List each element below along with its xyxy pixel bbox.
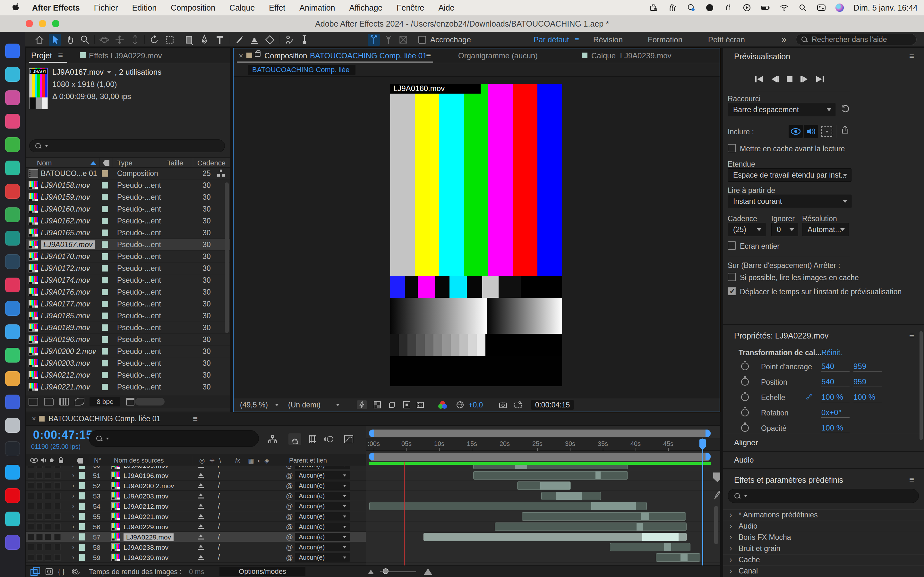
- parent-dropdown[interactable]: Aucun(e): [295, 543, 350, 551]
- property-value[interactable]: 0x+0°: [821, 408, 850, 418]
- label-swatch[interactable]: [102, 206, 108, 212]
- layer-duration-bar[interactable]: [522, 512, 686, 521]
- delete-icon[interactable]: [126, 398, 134, 406]
- transparency-grid-icon[interactable]: [372, 400, 383, 409]
- time-ruler[interactable]: :00s05s10s15s20s25s30s35s40s45s: [366, 438, 720, 451]
- framerate-dropdown[interactable]: (25): [728, 223, 766, 236]
- effects-category--animations-pr-d-finies[interactable]: ›* Animations prédéfinies: [723, 509, 924, 521]
- quality-slash-icon[interactable]: /: [218, 553, 220, 562]
- layer-switch-box[interactable]: [36, 554, 43, 561]
- dock-app-icon-20[interactable]: [5, 488, 20, 503]
- move-time-label[interactable]: Déplacer le temps sur l'instant de prévi…: [740, 287, 901, 296]
- column-nom[interactable]: Nom: [37, 159, 52, 167]
- project-item-name[interactable]: LJ9A0158.mov: [41, 181, 90, 190]
- project-row[interactable]: LJ9A0203.movPseudo-...ent30: [26, 358, 230, 369]
- quality-slash-icon[interactable]: /: [218, 471, 220, 480]
- menu-clock[interactable]: Dim. 5 janv. 16:44: [853, 3, 918, 13]
- timeline-layer-row[interactable]: ›53LJ9A0203.mov/@Aucun(e): [26, 491, 366, 501]
- timeline-layer-row[interactable]: ›58LJ9A0238.mov/@Aucun(e): [26, 542, 366, 552]
- stopwatch-icon[interactable]: [741, 363, 749, 370]
- cached-frames-icon[interactable]: [31, 567, 40, 576]
- effects-category-audio[interactable]: ›Audio: [723, 521, 924, 532]
- layer-switch-box[interactable]: [45, 466, 51, 468]
- layer-name[interactable]: LJ9A0196.mov: [124, 472, 168, 480]
- layer-switch-box[interactable]: [54, 513, 61, 520]
- options-modes-button[interactable]: Options/modes: [220, 567, 305, 576]
- project-item-name[interactable]: LJ9A0165.mov: [41, 229, 90, 237]
- mask-visibility-icon[interactable]: [402, 400, 412, 409]
- expand-layer-icon[interactable]: ›: [72, 543, 74, 551]
- resolution-dropdown-preview[interactable]: Automat...: [802, 223, 849, 236]
- dock-app-icon-19[interactable]: [5, 465, 20, 480]
- label-swatch[interactable]: [102, 277, 108, 284]
- timeline-zoom-knob[interactable]: [383, 568, 389, 574]
- parent-dropdown[interactable]: Aucun(e): [295, 466, 350, 469]
- graph-editor-icon[interactable]: [342, 434, 355, 445]
- project-item-name[interactable]: LJ9A0221.mov: [41, 383, 90, 392]
- workspace-tab-formation[interactable]: Formation: [648, 35, 682, 44]
- menu-item-fenêtre[interactable]: Fenêtre: [397, 3, 424, 13]
- quality-slash-icon[interactable]: /: [218, 466, 220, 470]
- zoom-window-button[interactable]: [52, 20, 59, 27]
- column-source-name[interactable]: Nom des sources: [114, 457, 164, 464]
- layer-switch-box[interactable]: [54, 554, 61, 561]
- snap-label[interactable]: Accrochage: [430, 35, 471, 44]
- lock-icon[interactable]: [255, 52, 260, 57]
- workspace-tab-révision[interactable]: Révision: [593, 35, 623, 44]
- label-swatch[interactable]: [102, 170, 108, 177]
- project-item-name[interactable]: LJ9A0212.mov: [41, 371, 90, 380]
- composition-viewer[interactable]: LJ9A0160.mov: [234, 77, 720, 398]
- timeline-layer-row[interactable]: ›51LJ9A0196.mov/@Aucun(e): [26, 470, 366, 480]
- quality-switch-icon[interactable]: [198, 514, 204, 519]
- tab-effets[interactable]: Effets LJ9A0229.mov: [89, 51, 162, 60]
- quality-slash-icon[interactable]: /: [218, 492, 220, 500]
- include-audio-icon[interactable]: [804, 125, 818, 138]
- active-app-name[interactable]: After Effects: [32, 3, 80, 13]
- shape-tool-icon[interactable]: [183, 34, 195, 46]
- effects-category-boris-fx-mocha[interactable]: ›Boris FX Mocha: [723, 532, 924, 543]
- label-swatch[interactable]: [102, 336, 108, 343]
- properties-panel-menu-icon[interactable]: ≡: [909, 330, 914, 340]
- label-swatch[interactable]: [102, 301, 108, 307]
- property-label-position[interactable]: Position: [761, 378, 787, 387]
- layer-switch-box[interactable]: [28, 524, 34, 530]
- effects-presets-menu-icon[interactable]: ≡: [909, 475, 914, 485]
- parent-dropdown[interactable]: Aucun(e): [295, 553, 350, 562]
- effects-category-bruit-et-grain[interactable]: ›Bruit et grain: [723, 543, 924, 554]
- layer-name[interactable]: LJ9A0229.mov: [124, 523, 168, 531]
- dock-app-icon-13[interactable]: [5, 324, 20, 339]
- parent-dropdown[interactable]: Aucun(e): [295, 471, 350, 480]
- quality-switch-icon[interactable]: [198, 473, 204, 478]
- video-column-icon[interactable]: [30, 457, 38, 465]
- channel-icon[interactable]: [438, 401, 448, 409]
- dock-app-icon-8[interactable]: [5, 207, 20, 222]
- quality-slash-icon[interactable]: /: [218, 543, 220, 552]
- quality-slash-icon[interactable]: /: [218, 522, 220, 531]
- timeline-tab-name[interactable]: BATOUCOACHING Comp. liée 01: [48, 414, 160, 423]
- frame-blending-icon[interactable]: [306, 434, 319, 445]
- label-swatch[interactable]: [102, 384, 108, 390]
- layer-switch-box[interactable]: [28, 493, 34, 499]
- label-swatch[interactable]: [102, 289, 108, 295]
- tab-composition-name[interactable]: BATOUCOACHING Comp. liée 01: [310, 51, 427, 60]
- timeline-layer-row[interactable]: ›57LJ9A0229.mov/@Aucun(e): [26, 532, 366, 542]
- interpret-footage-icon[interactable]: [29, 398, 38, 406]
- parent-pick-whip-icon[interactable]: @: [286, 492, 293, 500]
- include-overlays-icon[interactable]: [821, 126, 832, 137]
- record-badge-icon[interactable]: [687, 3, 696, 12]
- lock-column-icon[interactable]: [57, 456, 65, 466]
- expand-layer-icon[interactable]: ›: [72, 554, 74, 561]
- layer-label-swatch[interactable]: [79, 554, 85, 561]
- project-item-name[interactable]: LJ9A0189.mov: [41, 324, 90, 332]
- layer-name[interactable]: LJ9A0238.mov: [124, 544, 168, 551]
- property-value[interactable]: 100 %: [821, 393, 850, 402]
- property-value[interactable]: 100 %: [821, 424, 850, 433]
- column-parent-link[interactable]: Parent et lien: [289, 457, 327, 464]
- quality-slash-icon[interactable]: /: [218, 502, 220, 511]
- guides-icon[interactable]: [415, 400, 425, 409]
- project-item-name[interactable]: LJ9A0167.mov: [41, 240, 95, 249]
- quality-switch-icon[interactable]: [198, 493, 204, 498]
- column-taille[interactable]: Taille: [167, 159, 183, 167]
- hand-tool-icon[interactable]: [64, 34, 76, 46]
- dock-app-icon-21[interactable]: [5, 512, 20, 526]
